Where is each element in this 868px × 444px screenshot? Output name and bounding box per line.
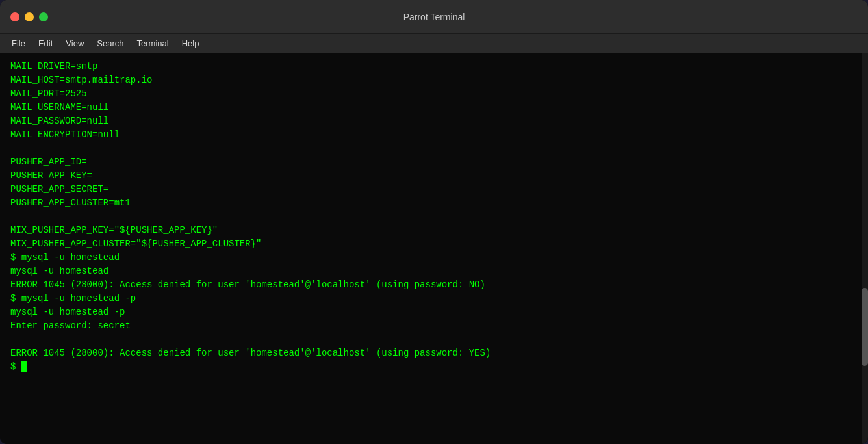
terminal-line: MAIL_ENCRYPTION=null [10, 128, 858, 142]
terminal-line: $ mysql -u homestead [10, 251, 858, 265]
terminal-line [10, 333, 858, 346]
terminal-line: MAIL_PORT=2525 [10, 87, 858, 101]
terminal-line: MAIL_USERNAME=null [10, 101, 858, 114]
terminal-line: $ mysql -u homestead -p [10, 292, 858, 306]
scrollbar-track [862, 53, 868, 444]
menu-view[interactable]: View [59, 37, 90, 49]
terminal-line [10, 210, 858, 224]
terminal-line: ERROR 1045 (28000): Access denied for us… [10, 278, 858, 292]
terminal-line: PUSHER_APP_ID= [10, 155, 858, 169]
titlebar: Parrot Terminal [0, 0, 868, 34]
menu-search[interactable]: Search [90, 37, 130, 49]
menubar: File Edit View Search Terminal Help [0, 34, 868, 53]
maximize-button[interactable] [39, 12, 48, 21]
close-button[interactable] [10, 12, 19, 21]
window-title: Parrot Terminal [403, 12, 465, 22]
menu-file[interactable]: File [5, 37, 32, 49]
terminal-line: PUSHER_APP_SECRET= [10, 183, 858, 196]
terminal-line: MAIL_PASSWORD=null [10, 114, 858, 128]
terminal-line: MIX_PUSHER_APP_CLUSTER="${PUSHER_APP_CLU… [10, 237, 858, 251]
terminal-line: PUSHER_APP_CLUSTER=mt1 [10, 196, 858, 210]
terminal-line: MAIL_DRIVER=smtp [10, 60, 858, 73]
terminal-line: MAIL_HOST=smtp.mailtrap.io [10, 73, 858, 87]
terminal-line: Enter password: secret [10, 319, 858, 333]
terminal-line [10, 142, 858, 155]
terminal-line: ERROR 1045 (28000): Access denied for us… [10, 346, 858, 360]
terminal-output: MAIL_DRIVER=smtpMAIL_HOST=smtp.mailtrap.… [10, 60, 858, 374]
terminal-line: mysql -u homestead [10, 265, 858, 278]
menu-edit[interactable]: Edit [32, 37, 59, 49]
terminal-line: PUSHER_APP_KEY= [10, 169, 858, 183]
terminal-prompt-line: $ [10, 360, 858, 374]
terminal-line: mysql -u homestead -p [10, 306, 858, 319]
terminal-body[interactable]: MAIL_DRIVER=smtpMAIL_HOST=smtp.mailtrap.… [0, 53, 868, 444]
window-controls [0, 12, 48, 21]
menu-help[interactable]: Help [175, 37, 206, 49]
terminal-line: MIX_PUSHER_APP_KEY="${PUSHER_APP_KEY}" [10, 224, 858, 237]
terminal-window: Parrot Terminal File Edit View Search Te… [0, 0, 868, 444]
terminal-cursor [21, 361, 27, 372]
menu-terminal[interactable]: Terminal [131, 37, 175, 49]
minimize-button[interactable] [25, 12, 34, 21]
scrollbar-thumb[interactable] [862, 288, 868, 366]
